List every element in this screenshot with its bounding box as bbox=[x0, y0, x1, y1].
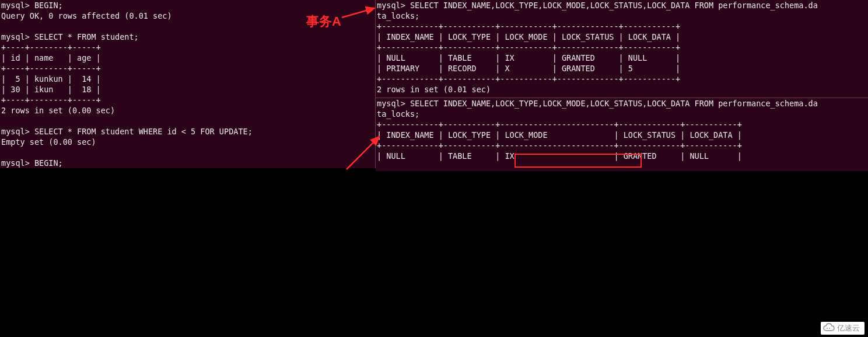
cloud-icon bbox=[823, 323, 835, 332]
terminal-right-top[interactable]: mysql> SELECT INDEX_NAME,LOCK_TYPE,LOCK_… bbox=[376, 0, 868, 98]
svg-point-2 bbox=[827, 328, 828, 329]
terminal-left[interactable]: mysql> BEGIN; Query OK, 0 rows affected … bbox=[0, 0, 376, 168]
svg-point-3 bbox=[829, 328, 830, 329]
watermark: 亿速云 bbox=[821, 322, 864, 335]
watermark-text: 亿速云 bbox=[837, 324, 860, 332]
terminal-right-bottom[interactable]: mysql> SELECT INDEX_NAME,LOCK_TYPE,LOCK_… bbox=[376, 98, 868, 171]
